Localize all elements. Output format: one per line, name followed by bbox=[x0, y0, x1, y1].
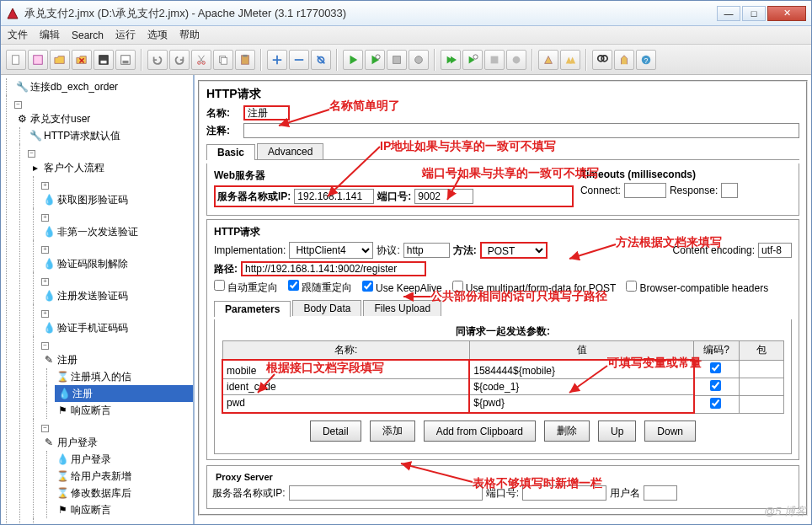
tree-leaf[interactable]: ⌛修改数据库后 bbox=[55, 485, 193, 501]
template-button[interactable] bbox=[28, 50, 48, 70]
down-button[interactable]: Down bbox=[644, 421, 696, 442]
toggle-button[interactable] bbox=[311, 50, 331, 70]
up-button[interactable]: Up bbox=[598, 421, 636, 442]
tab-parameters[interactable]: Parameters bbox=[214, 301, 291, 317]
tree-register[interactable]: ✎注册 bbox=[41, 351, 193, 368]
function-helper-button[interactable] bbox=[614, 50, 634, 70]
clearall-button[interactable] bbox=[560, 50, 580, 70]
method-select[interactable]: POST bbox=[480, 242, 548, 259]
remote-shutdown-button[interactable] bbox=[506, 50, 526, 70]
cb-follow[interactable]: 跟随重定向 bbox=[288, 280, 352, 295]
encode-checkbox[interactable] bbox=[710, 398, 721, 409]
cb-browser[interactable]: Browser-compatible headers bbox=[626, 281, 768, 294]
tree-item[interactable]: 💧获取图形验证码 bbox=[41, 191, 193, 208]
encode-checkbox[interactable] bbox=[710, 380, 721, 391]
comment-input[interactable] bbox=[243, 123, 799, 138]
search-button[interactable] bbox=[592, 50, 612, 70]
cb-auto[interactable]: 自动重定向 bbox=[214, 280, 278, 295]
tab-basic[interactable]: Basic bbox=[206, 144, 255, 160]
response-input[interactable] bbox=[721, 183, 738, 198]
tab-filesupload[interactable]: Files Upload bbox=[363, 300, 441, 316]
start-notimer-button[interactable] bbox=[365, 50, 385, 70]
tree-item[interactable]: 💧注册发送验证码 bbox=[41, 287, 193, 304]
close-file-button[interactable] bbox=[72, 50, 92, 70]
connect-input[interactable] bbox=[624, 183, 666, 198]
toggle-icon[interactable]: + bbox=[41, 214, 49, 222]
delete-button[interactable]: 删除 bbox=[544, 421, 590, 442]
encode-checkbox[interactable] bbox=[710, 362, 721, 373]
tree-panel[interactable]: 🔧连接db_exch_order −⚙承兑支付user 🔧HTTP请求默认值 −… bbox=[1, 75, 195, 524]
tab-bodydata[interactable]: Body Data bbox=[292, 300, 361, 316]
cb-multi[interactable]: Use multipart/form-data for POST bbox=[452, 281, 617, 294]
open-button[interactable] bbox=[50, 50, 70, 70]
proxy-user-input[interactable] bbox=[644, 485, 677, 501]
toggle-icon[interactable]: + bbox=[41, 310, 49, 318]
remote-start-all-button[interactable] bbox=[462, 50, 483, 70]
stop-button[interactable] bbox=[387, 50, 407, 70]
tree-item[interactable]: 💧验证码限制解除 bbox=[41, 255, 193, 272]
tree-item[interactable]: 💧验证手机证码码 bbox=[41, 319, 193, 336]
tab-advanced[interactable]: Advanced bbox=[257, 143, 323, 159]
collapse-button[interactable] bbox=[289, 50, 309, 70]
saveas-button[interactable] bbox=[115, 50, 136, 70]
toggle-icon[interactable]: − bbox=[41, 342, 49, 350]
menu-help[interactable]: 帮助 bbox=[179, 28, 200, 42]
toggle-icon[interactable]: + bbox=[41, 182, 49, 190]
menu-file[interactable]: 文件 bbox=[8, 28, 28, 42]
maximize-button[interactable]: □ bbox=[742, 6, 766, 21]
encoding-input[interactable] bbox=[758, 243, 792, 258]
toggle-icon[interactable]: − bbox=[28, 150, 35, 158]
remote-start-button[interactable] bbox=[441, 50, 461, 70]
port-input[interactable] bbox=[414, 189, 473, 204]
toggle-icon[interactable]: − bbox=[41, 524, 49, 525]
svg-point-18 bbox=[513, 56, 521, 63]
close-button[interactable]: ✕ bbox=[767, 6, 806, 21]
path-input[interactable] bbox=[241, 261, 426, 276]
shutdown-button[interactable] bbox=[409, 50, 429, 70]
copy-button[interactable] bbox=[213, 50, 233, 70]
tree-user[interactable]: ⚙承兑支付user bbox=[14, 110, 193, 127]
tree-leaf[interactable]: 💧用户登录 bbox=[55, 451, 193, 468]
menu-search[interactable]: Search bbox=[72, 29, 104, 41]
menu-run[interactable]: 运行 bbox=[115, 28, 136, 42]
clear-button[interactable] bbox=[538, 50, 558, 70]
cut-button[interactable] bbox=[191, 50, 211, 70]
new-button[interactable] bbox=[6, 50, 26, 70]
tree-db[interactable]: 🔧连接db_exch_order bbox=[14, 78, 193, 95]
expand-button[interactable] bbox=[267, 50, 287, 70]
remote-stop-button[interactable] bbox=[484, 50, 505, 70]
toggle-icon[interactable]: − bbox=[41, 425, 49, 432]
tree-flow[interactable]: ▸客户个人流程 bbox=[28, 159, 193, 176]
tree-leaf[interactable]: ⌛注册填入的信 bbox=[55, 368, 193, 385]
server-input[interactable] bbox=[294, 189, 374, 204]
minimize-button[interactable]: — bbox=[717, 6, 740, 21]
add-button[interactable]: 添加 bbox=[370, 421, 415, 442]
impl-select[interactable]: HttpClient4 bbox=[289, 242, 373, 259]
menu-options[interactable]: 选项 bbox=[147, 28, 168, 42]
tree-register-selected[interactable]: 💧注册 bbox=[55, 385, 193, 402]
proxy-server-input[interactable] bbox=[289, 485, 483, 501]
start-button[interactable] bbox=[343, 50, 363, 70]
save-button[interactable] bbox=[93, 50, 114, 70]
undo-button[interactable] bbox=[147, 50, 168, 70]
tree-leaf[interactable]: ⌛给用户表新增 bbox=[55, 468, 193, 485]
tree-leaf[interactable]: ⚑响应断言 bbox=[55, 402, 193, 419]
cb-keep[interactable]: Use KeepAlive bbox=[362, 281, 442, 294]
tree-leaf[interactable]: ⚑响应断言 bbox=[55, 501, 193, 518]
tree-item[interactable]: 💧非第一次发送验证 bbox=[41, 223, 193, 240]
tree-login[interactable]: ✎用户登录 bbox=[41, 434, 193, 451]
protocol-input[interactable] bbox=[403, 243, 450, 258]
clipboard-button[interactable]: Add from Clipboard bbox=[424, 421, 536, 442]
tree-defaults[interactable]: 🔧HTTP请求默认值 bbox=[28, 127, 193, 144]
help-button[interactable]: ? bbox=[636, 50, 656, 70]
menu-edit[interactable]: 编辑 bbox=[40, 28, 60, 42]
param-table[interactable]: 名称: 值 编码? 包 mobile ident_code pwd bbox=[222, 340, 784, 414]
toggle-icon[interactable]: + bbox=[41, 278, 49, 286]
paste-button[interactable] bbox=[235, 50, 255, 70]
name-input[interactable] bbox=[243, 105, 290, 121]
detail-button[interactable]: Detail bbox=[310, 421, 361, 442]
toggle-icon[interactable]: − bbox=[14, 101, 22, 109]
proxy-port-input[interactable] bbox=[522, 485, 606, 501]
redo-button[interactable] bbox=[169, 50, 190, 70]
toggle-icon[interactable]: + bbox=[41, 246, 49, 254]
